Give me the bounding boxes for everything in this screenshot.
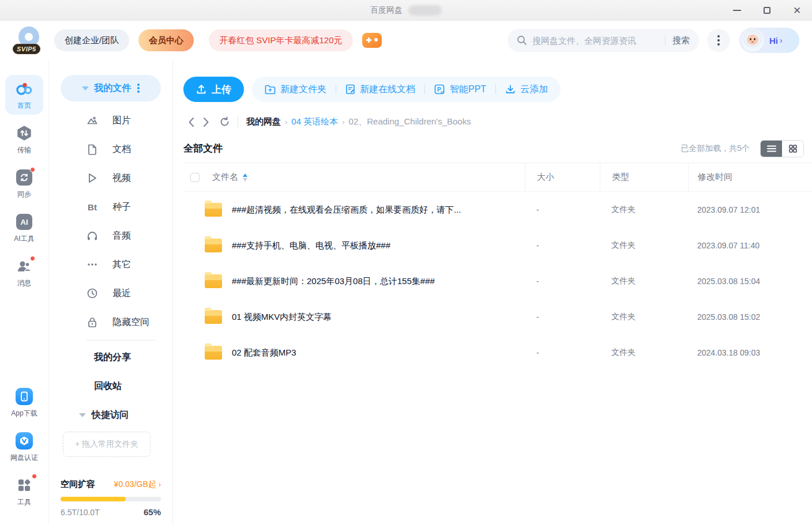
rail-item-messages[interactable]: 消息 (5, 252, 43, 292)
sidebar-item-torrents[interactable]: Bt 种子 (49, 192, 172, 221)
table-row[interactable]: 01 视频MKV内封英文字幕 - 文件夹 2025.03.08 15:02 (183, 299, 812, 335)
quick-access-header[interactable]: 快捷访问 (49, 401, 172, 429)
sort-toggle[interactable] (243, 173, 247, 182)
collapse-triangle-icon (82, 86, 89, 90)
folder-icon (205, 346, 222, 360)
rail-item-sync[interactable]: 同步 (5, 164, 43, 203)
sidebar-item-my-shares[interactable]: 我的分享 (49, 343, 172, 372)
vip-center-button[interactable]: 会员中心 (138, 29, 194, 51)
rail-item-ai-tools[interactable]: AI AI工具 (5, 208, 43, 248)
list-view-icon (767, 145, 776, 152)
column-type-label: 类型 (600, 163, 688, 191)
rail-item-transfer[interactable]: 传输 (5, 119, 43, 159)
grid-view-button[interactable] (782, 141, 803, 157)
game-center-icon[interactable] (362, 33, 382, 48)
avatar (740, 28, 765, 52)
chevron-right-icon (203, 117, 209, 127)
folder-icon (205, 274, 222, 288)
sidebar-item-videos[interactable]: 视频 (49, 164, 172, 192)
new-folder-icon (265, 85, 276, 95)
all-files-title: 全部文件 (183, 142, 223, 155)
breadcrumb-folder[interactable]: 04 英语绘本 (291, 116, 338, 127)
smart-ppt-button[interactable]: P AI 智能PPT (434, 84, 486, 96)
sidebar-item-audio[interactable]: 音频 (49, 221, 172, 250)
maximize-button[interactable] (752, 0, 782, 21)
file-list: ###超清视频，在线观看会压缩画质，如果要画质好，请下... - 文件夹 202… (183, 192, 812, 371)
forward-button[interactable] (198, 115, 213, 130)
favorite-folder-dropzone[interactable]: + 拖入常用文件夹 (63, 432, 151, 457)
storage-upgrade-link[interactable]: ¥0.03/GB起 › (114, 479, 161, 490)
image-icon (86, 114, 99, 127)
select-all-checkbox[interactable] (190, 173, 200, 182)
titlebar[interactable]: 百度网盘 ✕ (0, 0, 812, 21)
column-size-label: 大小 (525, 163, 600, 191)
more-menu-button[interactable] (707, 29, 730, 52)
rail-item-verify[interactable]: 网盘认证 (5, 427, 43, 467)
greeting-label: Hi (769, 36, 778, 46)
view-toggle (760, 140, 804, 157)
column-name-label: 文件名 (212, 172, 238, 183)
video-icon (86, 172, 99, 184)
profile-button[interactable]: Hi › (739, 28, 799, 53)
chevron-right-icon: › (159, 480, 161, 489)
search-input[interactable] (532, 36, 658, 46)
breadcrumb-separator: › (342, 118, 344, 126)
app-header: SVIP5 创建企业/团队 会员中心 开春红包 SVIP年卡最高减120元 搜索 (0, 21, 812, 60)
create-team-button[interactable]: 创建企业/团队 (54, 29, 129, 51)
sidebar-item-documents[interactable]: 文档 (49, 135, 172, 164)
storage-progress (61, 497, 161, 501)
refresh-button[interactable] (217, 115, 232, 130)
storage-title: 空间扩容 (61, 479, 95, 490)
bt-icon: Bt (86, 201, 99, 213)
sidebar-item-recycle-bin[interactable]: 回收站 (49, 372, 172, 401)
upload-icon (196, 84, 206, 95)
refresh-icon (219, 116, 230, 127)
upload-button[interactable]: 上传 (183, 77, 244, 102)
sidebar-item-images[interactable]: 图片 (49, 106, 172, 135)
sidebar-item-other[interactable]: 其它 (49, 250, 172, 279)
storage-panel: 空间扩容 ¥0.03/GB起 › 6.5T/10.0T 65% (61, 479, 161, 517)
folder-icon (205, 203, 222, 217)
redacted-blur (408, 5, 442, 16)
transfer-icon (15, 124, 33, 142)
sidebar-item-recent[interactable]: 最近 (49, 279, 172, 308)
notification-dot (30, 256, 35, 261)
folder-icon (205, 239, 222, 252)
left-rail: 首页 传输 (0, 60, 49, 525)
list-view-button[interactable] (761, 141, 782, 157)
search-bar[interactable]: 搜索 (507, 29, 699, 52)
storage-usage: 6.5T/10.0T (61, 508, 100, 517)
promo-banner[interactable]: 开春红包 SVIP年卡最高减120元 (209, 29, 352, 51)
rail-item-app-download[interactable]: App下载 (5, 383, 43, 422)
table-row[interactable]: ###超清视频，在线观看会压缩画质，如果要画质好，请下... - 文件夹 202… (183, 192, 812, 228)
window-controls: ✕ (722, 0, 812, 21)
new-online-doc-button[interactable]: 新建在线文档 (345, 84, 415, 96)
rail-item-tools[interactable]: 工具 (5, 471, 43, 511)
tools-icon (15, 476, 33, 494)
back-button[interactable] (183, 115, 198, 130)
close-button[interactable]: ✕ (782, 0, 812, 21)
maximize-icon (764, 7, 770, 14)
table-row[interactable]: ###最新更新时间：2025年03月08日，总计155集### - 文件夹 20… (183, 263, 812, 299)
svip-logo[interactable]: SVIP5 (13, 25, 44, 55)
sidebar-item-my-files[interactable]: 我的文件 (61, 75, 161, 101)
table-row[interactable]: 02 配套音频MP3 - 文件夹 2024.03.18 09:03 (183, 335, 812, 371)
table-row[interactable]: ###支持手机、电脑、电视、平板播放### - 文件夹 2023.09.07 1… (183, 228, 812, 263)
cloud-add-button[interactable]: 云添加 (505, 84, 548, 96)
storage-progress-fill (61, 497, 126, 501)
sort-desc-icon (243, 178, 247, 182)
app-download-icon (15, 387, 33, 406)
load-status: 已全部加载，共5个 (681, 143, 750, 154)
new-folder-button[interactable]: 新建文件夹 (265, 84, 326, 96)
rail-item-home[interactable]: 首页 (5, 75, 43, 115)
minimize-button[interactable] (722, 0, 752, 21)
new-doc-icon (345, 84, 355, 95)
my-files-menu-icon[interactable] (137, 84, 140, 93)
sidebar-item-hidden-space[interactable]: 隐藏空间 (49, 308, 172, 337)
breadcrumb-root[interactable]: 我的网盘 (246, 116, 281, 127)
ellipsis-icon (86, 258, 99, 271)
search-button[interactable]: 搜索 (672, 35, 690, 46)
search-icon (517, 35, 527, 46)
svip-badge: SVIP5 (13, 44, 40, 54)
column-modified-label: 修改时间 (688, 163, 812, 191)
